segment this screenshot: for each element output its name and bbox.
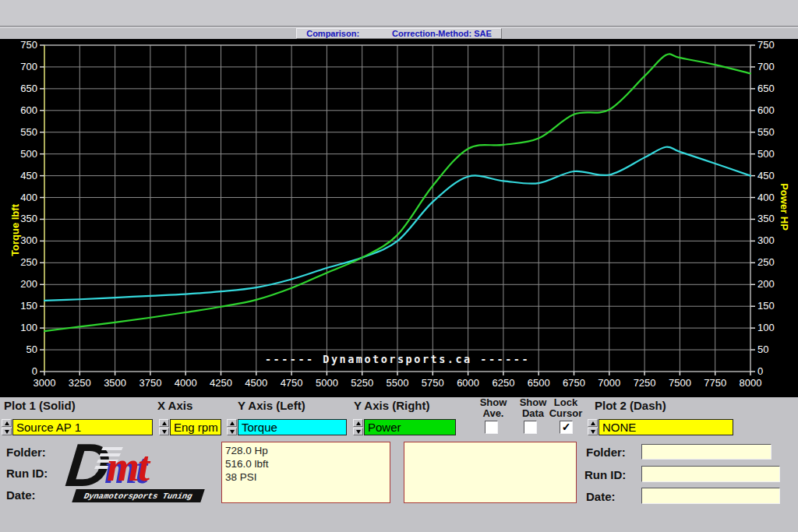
y-tick-label-left: 600: [20, 104, 37, 116]
plot1-header: Plot 1 (Solid): [4, 399, 76, 412]
dyno-chart-svg[interactable]: 0050501001001501502002002502503003003503…: [0, 39, 798, 397]
run-id-input[interactable]: [641, 466, 780, 482]
y-tick-label-left: 450: [20, 170, 37, 181]
x-tick-label: 7250: [634, 377, 656, 389]
y-tick-label-right: 300: [757, 234, 775, 246]
y-tick-label-left: 750: [20, 39, 37, 51]
spinner-down-icon[interactable]: [588, 428, 598, 435]
show-data-checkbox[interactable]: [524, 421, 537, 434]
x-axis-header: X Axis: [157, 399, 192, 412]
x-tick-label: 4250: [210, 377, 232, 389]
y-tick-label-left: 200: [20, 278, 37, 290]
y-tick-label-right: 550: [757, 126, 775, 138]
spinner-down-icon[interactable]: [227, 428, 237, 435]
plot2-spinner[interactable]: [588, 419, 598, 435]
spinner-up-icon[interactable]: [159, 419, 169, 427]
y-tick-label-left: 100: [20, 322, 37, 333]
y-tick-label-right: 650: [757, 83, 775, 94]
y-tick-label-right: 0: [757, 365, 763, 377]
x-tick-label: 5250: [351, 377, 373, 389]
y-tick-label-left: 300: [20, 234, 37, 246]
x-tick-label: 8000: [740, 377, 762, 389]
date-label-left: Date:: [6, 488, 36, 502]
y-right-field[interactable]: Power: [364, 419, 456, 435]
x-axis-field[interactable]: Eng rpm: [170, 419, 221, 435]
spinner-up-icon[interactable]: [2, 419, 12, 427]
y-tick-label-left: 550: [20, 126, 37, 138]
y-right-spinner[interactable]: [353, 419, 363, 435]
y-tick-label-right: 400: [757, 192, 775, 203]
lock-cursor-checkbox[interactable]: ✓: [560, 421, 573, 434]
y-tick-label-left: 0: [32, 365, 37, 377]
y-tick-label-right: 50: [757, 344, 768, 355]
logo-letters-mt: mt: [107, 446, 148, 488]
spinner-up-icon[interactable]: [353, 419, 363, 427]
x-tick-label: 6500: [528, 377, 550, 389]
spinner-up-icon[interactable]: [588, 419, 598, 427]
y-tick-label-left: 650: [20, 83, 37, 94]
watermark: ------ Dynamotorsports.ca ------: [265, 353, 530, 365]
date-label-right: Date:: [586, 490, 616, 503]
stat-boost: 38 PSI: [225, 470, 387, 484]
x-tick-label: 5500: [387, 377, 409, 389]
x-tick-label: 4000: [175, 377, 197, 389]
date-input[interactable]: [641, 488, 780, 504]
plot1-spinner[interactable]: [2, 419, 12, 435]
x-axis-spinner[interactable]: [159, 419, 169, 435]
x-tick-label: 4750: [281, 377, 303, 389]
x-tick-label: 6250: [492, 377, 514, 389]
lock-cursor-label: Lock Cursor: [542, 397, 589, 419]
y-tick-label-left: 700: [20, 61, 37, 72]
y-tick-label-right: 200: [757, 278, 775, 290]
comparison-box: Comparison: Correction-Method: SAE: [296, 28, 502, 39]
folder-label-right: Folder:: [586, 446, 626, 459]
dyno-chart[interactable]: 0050501001001501502002002502503003003503…: [0, 39, 798, 397]
spinner-down-icon[interactable]: [159, 428, 169, 435]
logo-banner: Dynamotorsports Tuning: [72, 489, 205, 502]
plot2-source-field[interactable]: NONE: [598, 419, 733, 435]
y-tick-label-right: 250: [757, 256, 775, 268]
right-axis-title: Power HP: [779, 183, 790, 231]
y-tick-label-left: 500: [20, 148, 37, 160]
folder-label-left: Folder:: [6, 446, 46, 459]
y-left-field[interactable]: Torque: [238, 419, 347, 435]
x-tick-label: 3500: [104, 377, 126, 389]
y-tick-label-left: 400: [20, 192, 37, 203]
notes-box[interactable]: [404, 442, 577, 503]
left-axis-title: Torque lbft: [9, 203, 21, 256]
run-stats-box[interactable]: 728.0 Hp 516.0 lbft 38 PSI: [221, 442, 390, 503]
x-tick-label: 7000: [598, 377, 620, 389]
y-tick-label-right: 750: [757, 39, 775, 51]
x-tick-label: 7500: [669, 377, 691, 389]
folder-input[interactable]: [641, 444, 772, 460]
dmt-logo: D mt Dynamotorsports Tuning: [66, 441, 205, 508]
y-tick-label-right: 500: [757, 148, 775, 160]
y-tick-label-left: 250: [20, 256, 37, 268]
y-tick-label-right: 100: [757, 322, 775, 333]
y-tick-label-right: 450: [757, 170, 775, 181]
y-left-header: Y Axis (Left): [238, 399, 305, 412]
x-tick-label: 3000: [34, 377, 56, 389]
spinner-down-icon[interactable]: [353, 428, 363, 435]
y-tick-label-right: 350: [757, 213, 775, 224]
y-tick-label-right: 700: [757, 61, 775, 72]
show-ave-label: Show Ave.: [472, 397, 514, 419]
stat-peak-hp: 728.0 Hp: [225, 444, 387, 457]
x-tick-label: 5000: [316, 377, 338, 389]
y-tick-label-left: 150: [20, 300, 37, 312]
run-id-label-right: Run ID:: [584, 468, 626, 481]
show-ave-checkbox[interactable]: [485, 421, 498, 434]
x-tick-label: 3750: [139, 377, 161, 389]
stat-peak-torque: 516.0 lbft: [225, 457, 387, 470]
correction-method-label: Correction-Method: SAE: [392, 29, 492, 38]
run-id-label-left: Run ID:: [6, 467, 48, 480]
x-tick-label: 6000: [457, 377, 479, 389]
comparison-bar: Comparison: Correction-Method: SAE: [0, 28, 798, 39]
x-tick-label: 7750: [704, 377, 726, 389]
spinner-down-icon[interactable]: [2, 428, 12, 435]
y-tick-label-right: 600: [757, 104, 775, 116]
y-left-spinner[interactable]: [227, 419, 237, 435]
x-tick-label: 3250: [69, 377, 91, 389]
plot2-header: Plot 2 (Dash): [595, 399, 666, 412]
spinner-up-icon[interactable]: [227, 419, 237, 427]
